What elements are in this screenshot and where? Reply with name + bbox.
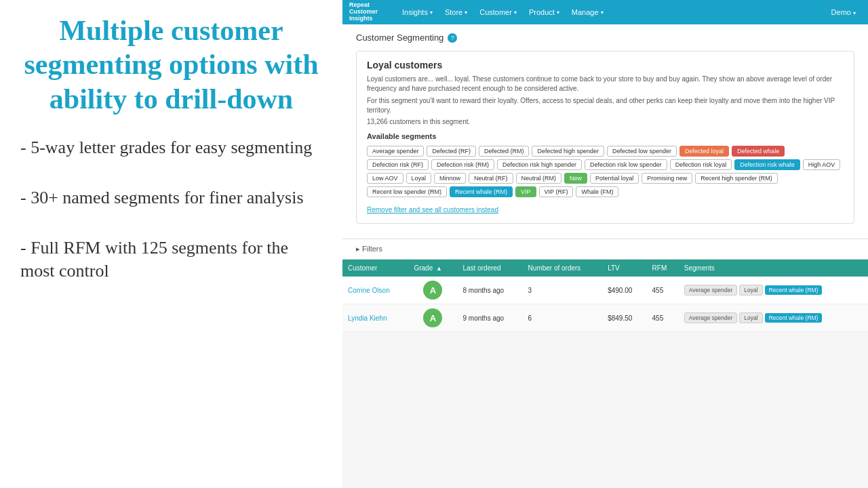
nav-manage[interactable]: Manage ▾ xyxy=(566,5,609,19)
segment-tag[interactable]: Average spender xyxy=(367,146,424,157)
col-rfm: RFM xyxy=(647,260,679,277)
segment-tag[interactable]: Neutral (RM) xyxy=(516,173,562,184)
loyal-title: Loyal customers xyxy=(367,60,844,70)
segment-tag[interactable]: Neutral (RF) xyxy=(469,173,513,184)
col-ltv: LTV xyxy=(602,260,646,277)
table-row: Corrine OlsonA8 months ago3$490.00455Ave… xyxy=(342,277,868,304)
segments-tags: Average spenderDefected (RF)Defected (RM… xyxy=(367,146,844,197)
col-grade[interactable]: Grade ▲ xyxy=(408,260,457,277)
segment-tag[interactable]: High AOV xyxy=(803,159,841,170)
segment-tag[interactable]: Whale (FM) xyxy=(576,186,618,197)
grade-badge: A xyxy=(423,308,442,327)
segment-tag[interactable]: Promising new xyxy=(642,173,692,184)
bullet-1: - 5-way letter grades for easy segmentin… xyxy=(20,136,322,159)
right-panel: RepeatCustomerInsights Insights ▾ Store … xyxy=(342,0,868,488)
loyal-desc-1: Loyal customers are... well... loyal. Th… xyxy=(367,75,844,94)
section-title: Customer Segmenting ? xyxy=(356,33,854,43)
nav-insights[interactable]: Insights ▾ xyxy=(397,5,438,19)
chevron-down-icon: ▾ xyxy=(557,9,559,16)
segment-tag[interactable]: Minnow xyxy=(434,173,466,184)
table-body: Corrine OlsonA8 months ago3$490.00455Ave… xyxy=(342,277,868,332)
customer-link[interactable]: Lyndia Kiehn xyxy=(348,314,387,322)
navbar-brand: RepeatCustomerInsights xyxy=(349,2,387,22)
segment-tag[interactable]: Low AOV xyxy=(367,173,403,184)
row-segment-tag: Loyal xyxy=(739,312,762,323)
chevron-down-icon: ▾ xyxy=(514,9,517,16)
segment-tag[interactable]: Defection risk whale xyxy=(734,159,800,170)
left-panel: Multiple customer segmenting options wit… xyxy=(0,0,342,488)
segment-tag[interactable]: Defection risk (RF) xyxy=(367,159,429,170)
col-last-ordered: Last ordered xyxy=(458,260,523,277)
loyal-customers-box: Loyal customers Loyal customers are... w… xyxy=(356,51,854,224)
segment-tag[interactable]: VIP xyxy=(515,186,536,197)
segment-tag[interactable]: Defection risk high spender xyxy=(497,159,582,170)
segment-tag[interactable]: Defection risk low spender xyxy=(585,159,667,170)
segment-tag[interactable]: Potential loyal xyxy=(590,173,639,184)
navbar-items: Insights ▾ Store ▾ Customer ▾ Product ▾ … xyxy=(397,5,826,19)
segment-tag[interactable]: Loyal xyxy=(406,173,432,184)
segment-tag[interactable]: Defected low spender xyxy=(607,146,677,157)
table-row: Lyndia KiehnA9 months ago6$849.50455Aver… xyxy=(342,304,868,332)
main-title: Multiple customer segmenting options wit… xyxy=(20,14,322,116)
row-segment-tag: Loyal xyxy=(739,285,762,296)
col-customer: Customer xyxy=(342,260,408,277)
nav-customer[interactable]: Customer ▾ xyxy=(474,5,522,19)
bullet-2: - 30+ named segments for finer analysis xyxy=(20,186,322,209)
nav-product[interactable]: Product ▾ xyxy=(524,5,565,19)
col-segments: Segments xyxy=(679,260,868,277)
segment-tag[interactable]: Defected loyal xyxy=(679,146,729,157)
available-segments-label: Available segments xyxy=(367,132,844,140)
segment-tag[interactable]: Recent high spender (RM) xyxy=(695,173,778,184)
loyal-desc-2: For this segment you'll want to reward t… xyxy=(367,96,844,115)
row-segment-tag: Recent whale (RM) xyxy=(765,313,823,323)
chevron-down-icon: ▾ xyxy=(430,9,433,16)
segment-tag[interactable]: Defected whale xyxy=(732,146,785,157)
nav-demo[interactable]: Demo ▾ xyxy=(826,5,861,19)
bullet-3: - Full RFM with 125 segments for the mos… xyxy=(20,237,322,283)
content-area: Customer Segmenting ? Loyal customers Lo… xyxy=(342,24,868,239)
chevron-down-icon: ▾ xyxy=(601,9,604,16)
remove-filter-link[interactable]: Remove filter and see all customers inst… xyxy=(367,206,498,214)
row-segment-tag: Recent whale (RM) xyxy=(765,285,823,295)
col-num-orders: Number of orders xyxy=(523,260,603,277)
segment-tag[interactable]: New xyxy=(564,173,587,184)
segment-tag[interactable]: Defection risk loyal xyxy=(670,159,732,170)
row-segment-tag: Average spender xyxy=(684,312,738,323)
help-icon[interactable]: ? xyxy=(448,33,457,43)
grade-badge: A xyxy=(423,281,442,300)
navbar: RepeatCustomerInsights Insights ▾ Store … xyxy=(342,0,868,24)
table-header: Customer Grade ▲ Last ordered Number of … xyxy=(342,260,868,277)
segment-tag[interactable]: Defected high spender xyxy=(532,146,604,157)
chevron-down-icon: ▾ xyxy=(853,10,856,16)
row-segment-tag: Average spender xyxy=(684,285,738,296)
segment-tag[interactable]: VIP (RF) xyxy=(539,186,574,197)
customer-link[interactable]: Corrine Olson xyxy=(348,287,390,294)
loyal-count: 13,266 customers in this segment. xyxy=(367,118,844,125)
segment-tag[interactable]: Defection risk (RM) xyxy=(431,159,494,170)
segment-tag[interactable]: Recent low spender (RM) xyxy=(367,186,447,197)
segment-tag[interactable]: Defected (RF) xyxy=(427,146,476,157)
chevron-down-icon: ▾ xyxy=(465,9,467,16)
filters-row[interactable]: ▸ Filters xyxy=(342,239,868,260)
customers-table: Customer Grade ▲ Last ordered Number of … xyxy=(342,260,868,332)
nav-store[interactable]: Store ▾ xyxy=(439,5,473,19)
segment-tag[interactable]: Defected (RM) xyxy=(479,146,530,157)
segment-tag[interactable]: Recent whale (RM) xyxy=(450,186,513,197)
sort-icon: ▲ xyxy=(436,265,442,272)
